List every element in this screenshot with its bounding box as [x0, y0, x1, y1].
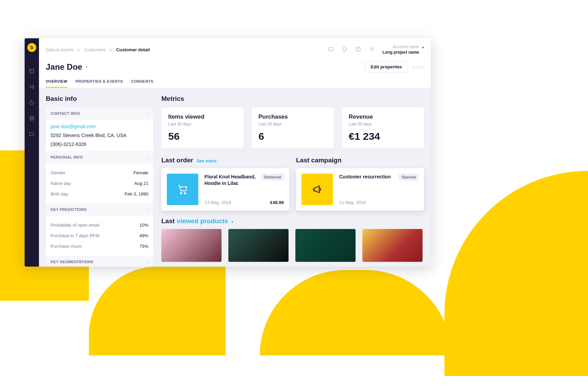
order-price: €48.99 — [270, 200, 284, 205]
nav-data-icon[interactable] — [29, 116, 35, 121]
row-value: Female — [134, 170, 148, 175]
metric-label: Revenue — [349, 113, 417, 120]
metric-value: €1 234 — [349, 131, 417, 142]
last-order-title: Last order — [161, 157, 193, 164]
row-key: Purchase in 7 days RFM — [51, 233, 99, 238]
product-thumbnail[interactable] — [362, 229, 423, 262]
status-badge: Opened — [399, 174, 418, 180]
metric-label: Items viewed — [168, 113, 237, 120]
account-name: Account name — [383, 44, 419, 50]
breadcrumb-data-assets[interactable]: Data & assets — [46, 47, 74, 52]
tab-properties-events[interactable]: PROPERTIES & EVENTS — [76, 77, 123, 88]
contact-email[interactable]: jane.doe@gmail.com — [51, 124, 148, 129]
edit-properties-button[interactable]: Edit properties — [365, 61, 408, 72]
contact-address: 5292 Stevens Creek Blvd, CA, USA — [51, 133, 148, 138]
sidebar: b — [25, 38, 39, 267]
prediction-row: Probability of open email 10% — [51, 220, 148, 230]
gear-icon[interactable] — [369, 46, 375, 54]
content: Basic info CONTACT INFO ⌄ jane.doe@gmail… — [39, 88, 431, 267]
prediction-row: Purchase in 7 days RFM 49% — [51, 230, 148, 241]
cart-icon — [167, 174, 198, 205]
metric-revenue: Revenue Last 30 days €1 234 — [342, 107, 424, 148]
key-segmentations-header[interactable]: KEY SEGMENTATIONS ⌄ — [46, 256, 153, 267]
row-value: Feb 3, 1990 — [125, 191, 148, 197]
row-value: 49% — [139, 233, 148, 238]
row-key: Birth day — [51, 191, 68, 197]
personal-info-row: Birth day Feb 3, 1990 — [51, 189, 148, 199]
metric-value: 6 — [258, 131, 327, 142]
key-segmentations-label: KEY SEGMENTATIONS — [51, 260, 93, 264]
title-row: Jane Doe ▾ Edit properties ○○○ — [39, 55, 431, 75]
megaphone-icon — [302, 174, 333, 205]
last-products-prefix: Last — [161, 217, 175, 225]
contact-info-label: CONTACT INFO — [51, 111, 80, 116]
prediction-row: Purchase churn 75% — [51, 241, 148, 252]
metric-value: 56 — [168, 131, 237, 142]
metric-period: Last 30 days — [168, 122, 237, 126]
row-key: Gender — [51, 170, 65, 175]
product-thumbnail[interactable] — [295, 229, 356, 262]
svg-point-7 — [184, 192, 186, 194]
product-thumbnail[interactable] — [161, 229, 222, 262]
chevron-down-icon: ⌄ — [146, 156, 148, 159]
breadcrumb-customers[interactable]: Customers — [84, 47, 106, 52]
chevron-right-icon: ▶ — [110, 48, 112, 52]
nav-analytics-icon[interactable] — [29, 100, 35, 105]
contact-phone: (306)-3212-6326 — [51, 141, 148, 147]
personal-info-header[interactable]: PERSONAL INFO ⌄ — [46, 151, 153, 163]
svg-point-6 — [181, 192, 182, 194]
row-key: Probability of open email — [51, 223, 99, 228]
row-value: Aug 21 — [134, 181, 148, 186]
topbar: Data & assets ▶ Customers ▶ Customer det… — [39, 38, 431, 55]
metric-label: Purchases — [258, 113, 327, 120]
chevron-down-icon: ▾ — [231, 220, 233, 224]
metric-items-viewed: Items viewed Last 30 days 56 — [161, 107, 243, 148]
key-predictions-label: KEY PREDICTIONS — [51, 207, 86, 212]
last-campaign-card[interactable]: Customer resurrection Opened 11 May, 201… — [296, 168, 424, 211]
contact-info-header[interactable]: CONTACT INFO ⌄ — [46, 107, 153, 120]
personal-info-row: Gender Female — [51, 167, 148, 178]
tab-overview[interactable]: OVERVIEW — [46, 77, 67, 88]
bg-decoration — [260, 270, 451, 355]
help-icon[interactable] — [355, 46, 361, 54]
chevron-right-icon: ▶ — [78, 48, 80, 52]
logo[interactable]: b — [27, 43, 36, 52]
metric-purchases: Purchases Last 30 days 6 — [252, 107, 334, 148]
status-badge: Delivered — [261, 174, 284, 180]
breadcrumb-current: Customer detail — [116, 47, 150, 52]
product-thumbnail[interactable] — [228, 229, 289, 262]
svg-point-5 — [371, 48, 373, 50]
last-products-heading[interactable]: Last viewed products ▾ — [161, 217, 424, 225]
account-switcher[interactable]: Account name Long project name ▾ — [383, 44, 424, 55]
chat-icon[interactable] — [328, 46, 334, 54]
tab-consents[interactable]: CONSENTS — [131, 77, 153, 88]
see-more-link[interactable]: See more — [197, 158, 217, 163]
customer-name: Jane Doe — [46, 62, 82, 72]
page-title[interactable]: Jane Doe ▾ — [46, 62, 88, 72]
svg-point-4 — [358, 50, 358, 51]
bg-decoration — [444, 171, 588, 376]
chevron-down-icon: ⌄ — [146, 112, 148, 116]
bell-icon[interactable] — [342, 46, 348, 54]
row-value: 75% — [139, 244, 148, 249]
last-campaign-title: Last campaign — [296, 157, 342, 164]
nav-folder-icon[interactable] — [29, 131, 35, 137]
tabs: OVERVIEW PROPERTIES & EVENTS CONSENTS — [39, 75, 431, 88]
chevron-down-icon: ⌄ — [146, 208, 148, 212]
row-value: 10% — [139, 223, 148, 228]
nav-campaigns-icon[interactable] — [29, 84, 35, 90]
svg-rect-2 — [329, 47, 333, 50]
basic-info-title: Basic info — [46, 95, 153, 103]
more-menu-icon[interactable]: ○○○ — [412, 64, 424, 70]
chevron-down-icon: ▾ — [86, 65, 88, 69]
row-key: Name day — [51, 181, 71, 186]
svg-rect-0 — [30, 69, 34, 73]
key-predictions-header[interactable]: KEY PREDICTIONS ⌄ — [46, 203, 153, 216]
nav-dashboard-icon[interactable] — [29, 68, 35, 74]
last-order-card[interactable]: Floral Knot Headband, Hoodie in Lilac De… — [161, 168, 289, 211]
campaign-date: 11 May, 2018 — [339, 200, 366, 205]
metrics-title: Metrics — [161, 95, 424, 103]
metric-period: Last 30 days — [258, 122, 327, 126]
metric-period: Last 30 days — [349, 122, 417, 126]
campaign-name: Customer resurrection — [339, 174, 391, 180]
